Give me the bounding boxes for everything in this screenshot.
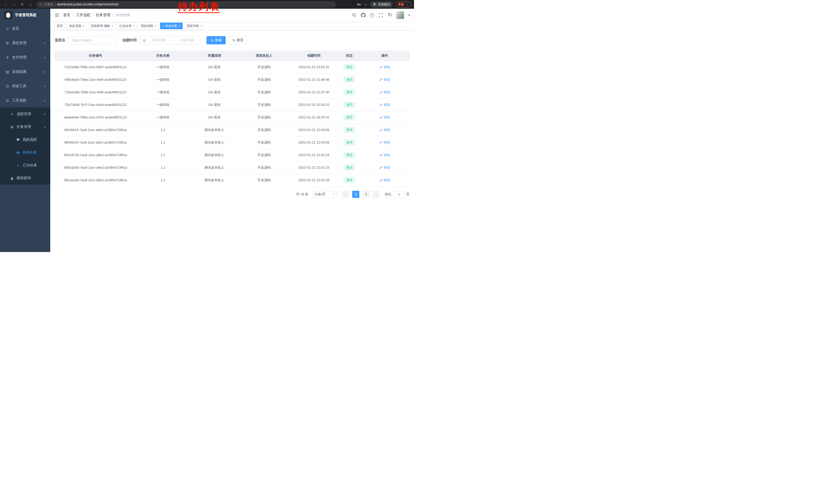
cell-created: 2022-01-22 21:37:30 [289,86,339,98]
chat-icon [16,138,20,142]
approve-link[interactable]: 审批 [379,178,390,183]
cell-initiator: 芋道源码 [239,86,289,98]
sidebar-toggle-icon[interactable] [54,12,59,18]
cell-status: 激活 [339,136,360,149]
status-badge: 激活 [344,127,355,133]
search-icon[interactable] [352,13,357,17]
sidebar-item-home[interactable]: ⊙ 首页 [0,21,50,36]
tab-start-process[interactable]: 发起流程 × [67,22,87,29]
breadcrumb-item[interactable]: 工作流程 [76,13,90,17]
table-row: 8f059c03-7ac8-11ec-a9e2-a2380e71991a1.1测… [55,136,410,149]
approve-link[interactable]: 审批 [379,65,390,70]
close-icon[interactable]: × [155,24,156,28]
active-dot-icon: ● [162,25,164,27]
tab-done-tasks[interactable]: 已办任务 × [117,22,137,29]
navbar-actions: ? TT ▾ [352,11,410,19]
cell-status: 激活 [339,124,360,136]
date-range-picker[interactable]: ▦ 开始日期 - 结束日期 [140,36,201,44]
process-name-input[interactable] [69,36,116,44]
prev-page-button[interactable]: ‹ [342,191,349,198]
caret-down-icon[interactable]: ▾ [408,13,410,17]
home-icon[interactable]: ⌂ [27,1,34,8]
col-task-name: 任务名称 [136,50,190,61]
cell-task-name: 1.2 [136,149,190,161]
page-button-1[interactable]: 1 [352,191,359,198]
sidebar-item-todo-tasks[interactable]: 待办任务 [0,146,50,159]
reset-button[interactable]: ↻ 重置 [228,36,248,44]
table-row: 725a1eb6-7b88-11ec-8ef0-acde48001122一级审批… [55,86,410,98]
col-process: 所属流程 [190,50,239,61]
menu-dots-icon[interactable]: ⋮ [406,3,409,6]
sidebar-item-leave-query[interactable]: 请假查询 [0,172,50,185]
sidebar-item-label: 已办任务 [23,163,37,168]
close-icon[interactable]: × [133,24,135,28]
cell-initiator: 芋道源码 [239,98,289,111]
sidebar-item-system-management[interactable]: ⚙ 系统管理 ∨ [0,36,50,50]
goto-page-input[interactable] [393,191,405,198]
sidebar-item-done-tasks[interactable]: ✓ 已办任务 [0,159,50,172]
sidebar-item-workflow[interactable]: ⊟ 工作流程 ∧ [0,93,50,108]
logo-title: 芋道管理系统 [15,13,36,17]
tab-process-detail[interactable]: 流程详情 × [184,22,204,29]
tab-process-form-edit[interactable]: 流程表单-编辑 × [88,22,115,29]
sidebar-item-dev-tools[interactable]: ⊡ 研发工具 ∨ [0,79,50,93]
sidebar-item-payment-management[interactable]: ¥ 支付管理 ∨ [0,50,50,64]
bookmark-star-icon[interactable]: ☆ [364,2,368,7]
tab-label: 流程详情 [187,24,199,28]
next-page-button[interactable]: › [373,191,380,198]
sidebar-item-task-management[interactable]: ⊞ 任务管理 ∧ [0,121,50,133]
font-size-icon[interactable]: TT [387,13,392,17]
reload-icon[interactable]: ↻ [19,1,26,8]
forward-icon[interactable]: → [11,1,17,8]
sidebar-item-process-management[interactable]: ≡ 流程管理 ∨ [0,108,50,121]
approve-link[interactable]: 审批 [379,140,390,145]
tab-my-process[interactable]: 我的流程 × [138,22,159,29]
cell-task-id: 069c6a63-7b8a-11ec-8ef0-acde48001122 [55,73,136,86]
close-icon[interactable]: × [178,24,180,28]
fullscreen-icon[interactable] [379,13,383,17]
tab-todo-tasks[interactable]: ● 待办任务 × [160,22,182,29]
key-icon[interactable] [357,2,362,7]
page-button-2[interactable]: 2 [363,191,370,198]
process-name-label: 流程名 [55,38,66,43]
page-size-select[interactable]: 10条/页 ▾ [312,191,336,198]
breadcrumb-item[interactable]: 任务管理 [96,13,110,17]
cell-task-id: 8f0d1619-7ac8-11ec-a9e2-a2380e71991a [55,124,136,136]
sidebar-item-label: 支付管理 [12,55,27,60]
breadcrumb-item-current: 待办任务 [116,13,130,17]
approve-link[interactable]: 审批 [379,90,390,95]
approve-link[interactable]: 审批 [379,78,390,82]
breadcrumb-item[interactable]: 首页 [63,13,70,17]
search-button[interactable]: 搜索 [206,36,226,44]
approve-link[interactable]: 审批 [379,115,390,120]
update-chip[interactable]: 更新 ⋮ [395,2,411,7]
breadcrumb: 首页 / 工作流程 / 任务管理 / 待办任务 [63,13,130,17]
sidebar: 芋道管理系统 ⊙ 首页 ⚙ 系统管理 ∨ ¥ 支付管理 ∨ ▤ 基础设施 ∨ [0,9,50,252]
approve-link[interactable]: 审批 [379,165,390,170]
cell-status: 激活 [339,161,360,174]
cell-process: OA 请假 [190,111,239,124]
chevron-down-icon: ∨ [44,42,46,45]
tab-home[interactable]: 首页 [54,22,65,29]
help-icon[interactable]: ? [370,13,374,17]
table-row: 069c6a63-7b8a-11ec-8ef0-acde48001122一级审批… [55,73,410,86]
github-icon[interactable] [361,13,366,17]
create-time-label: 创建时间 [122,38,137,43]
logo[interactable]: 芋道管理系统 [0,9,50,21]
user-icon [10,176,14,180]
approve-link[interactable]: 审批 [379,153,390,157]
close-icon[interactable]: × [111,24,113,28]
back-icon[interactable]: ← [3,1,9,8]
status-badge: 激活 [344,139,355,145]
close-icon[interactable]: × [83,24,84,28]
avatar[interactable] [396,11,404,19]
close-icon[interactable]: × [200,24,202,28]
sidebar-item-my-process[interactable]: 我的流程 [0,133,50,146]
logo-avatar [4,11,12,19]
refresh-icon: ↻ [233,38,236,42]
sidebar-item-infrastructure[interactable]: ▤ 基础设施 ∨ [0,64,50,79]
approve-link[interactable]: 审批 [379,128,390,132]
breadcrumb-separator: / [113,13,114,17]
approve-link[interactable]: 审批 [379,102,390,107]
edit-icon [379,116,382,119]
